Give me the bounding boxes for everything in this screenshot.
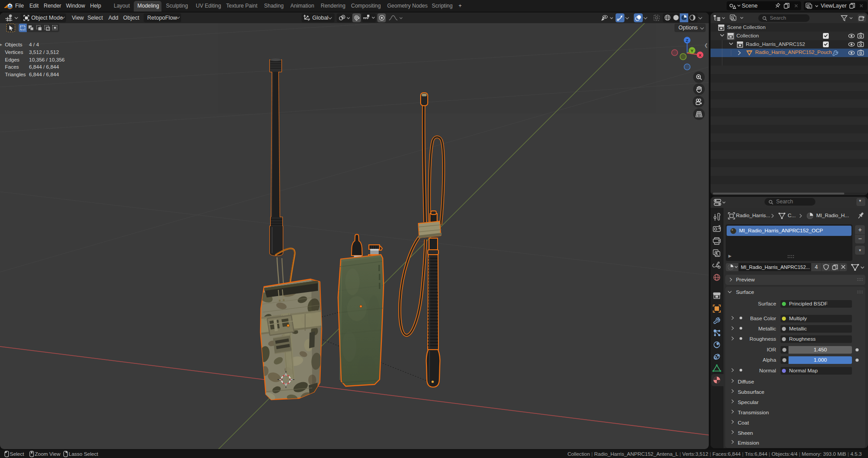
- svg-text:X: X: [699, 53, 702, 58]
- svg-text:Y: Y: [690, 48, 694, 53]
- svg-text:Z: Z: [686, 38, 689, 43]
